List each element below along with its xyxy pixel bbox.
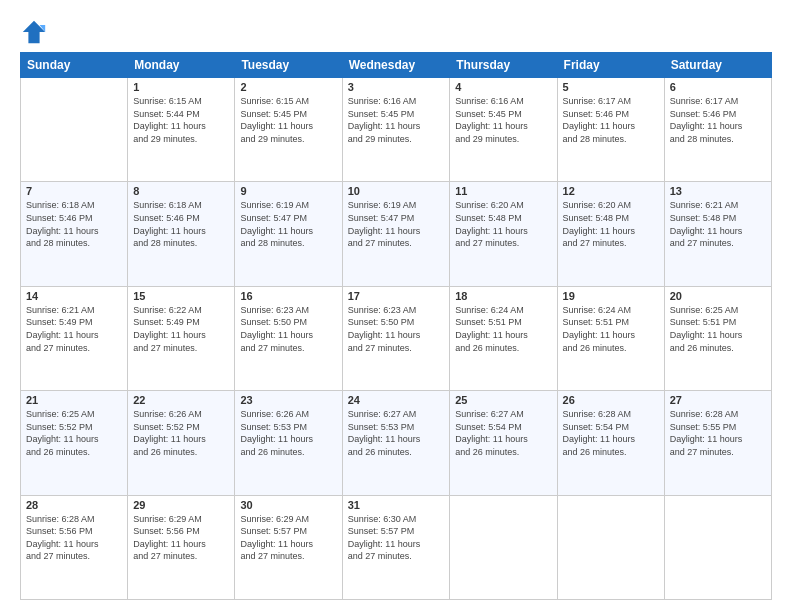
calendar-cell: 3Sunrise: 6:16 AM Sunset: 5:45 PM Daylig… — [342, 78, 450, 182]
day-info: Sunrise: 6:25 AM Sunset: 5:52 PM Dayligh… — [26, 408, 122, 458]
day-number: 15 — [133, 290, 229, 302]
day-header-tuesday: Tuesday — [235, 53, 342, 78]
calendar-cell: 10Sunrise: 6:19 AM Sunset: 5:47 PM Dayli… — [342, 182, 450, 286]
day-number: 18 — [455, 290, 551, 302]
day-info: Sunrise: 6:15 AM Sunset: 5:45 PM Dayligh… — [240, 95, 336, 145]
week-row-1: 1Sunrise: 6:15 AM Sunset: 5:44 PM Daylig… — [21, 78, 772, 182]
calendar-cell: 20Sunrise: 6:25 AM Sunset: 5:51 PM Dayli… — [664, 286, 771, 390]
day-number: 2 — [240, 81, 336, 93]
calendar-cell: 27Sunrise: 6:28 AM Sunset: 5:55 PM Dayli… — [664, 391, 771, 495]
calendar-cell: 5Sunrise: 6:17 AM Sunset: 5:46 PM Daylig… — [557, 78, 664, 182]
calendar-cell: 25Sunrise: 6:27 AM Sunset: 5:54 PM Dayli… — [450, 391, 557, 495]
day-header-thursday: Thursday — [450, 53, 557, 78]
day-number: 22 — [133, 394, 229, 406]
calendar-cell — [664, 495, 771, 599]
day-number: 23 — [240, 394, 336, 406]
calendar-cell: 14Sunrise: 6:21 AM Sunset: 5:49 PM Dayli… — [21, 286, 128, 390]
logo-icon — [20, 18, 48, 46]
day-info: Sunrise: 6:20 AM Sunset: 5:48 PM Dayligh… — [455, 199, 551, 249]
day-number: 20 — [670, 290, 766, 302]
day-info: Sunrise: 6:18 AM Sunset: 5:46 PM Dayligh… — [133, 199, 229, 249]
day-info: Sunrise: 6:26 AM Sunset: 5:52 PM Dayligh… — [133, 408, 229, 458]
calendar-cell: 23Sunrise: 6:26 AM Sunset: 5:53 PM Dayli… — [235, 391, 342, 495]
calendar-table: SundayMondayTuesdayWednesdayThursdayFrid… — [20, 52, 772, 600]
day-info: Sunrise: 6:17 AM Sunset: 5:46 PM Dayligh… — [563, 95, 659, 145]
day-header-saturday: Saturday — [664, 53, 771, 78]
calendar-cell: 18Sunrise: 6:24 AM Sunset: 5:51 PM Dayli… — [450, 286, 557, 390]
week-row-2: 7Sunrise: 6:18 AM Sunset: 5:46 PM Daylig… — [21, 182, 772, 286]
day-info: Sunrise: 6:27 AM Sunset: 5:54 PM Dayligh… — [455, 408, 551, 458]
day-info: Sunrise: 6:21 AM Sunset: 5:49 PM Dayligh… — [26, 304, 122, 354]
day-number: 16 — [240, 290, 336, 302]
calendar-cell: 12Sunrise: 6:20 AM Sunset: 5:48 PM Dayli… — [557, 182, 664, 286]
calendar-page: SundayMondayTuesdayWednesdayThursdayFrid… — [0, 0, 792, 612]
calendar-cell: 13Sunrise: 6:21 AM Sunset: 5:48 PM Dayli… — [664, 182, 771, 286]
day-number: 7 — [26, 185, 122, 197]
day-number: 12 — [563, 185, 659, 197]
day-number: 31 — [348, 499, 445, 511]
day-number: 17 — [348, 290, 445, 302]
day-info: Sunrise: 6:23 AM Sunset: 5:50 PM Dayligh… — [348, 304, 445, 354]
week-row-5: 28Sunrise: 6:28 AM Sunset: 5:56 PM Dayli… — [21, 495, 772, 599]
svg-marker-0 — [23, 21, 45, 43]
calendar-cell: 19Sunrise: 6:24 AM Sunset: 5:51 PM Dayli… — [557, 286, 664, 390]
day-info: Sunrise: 6:28 AM Sunset: 5:56 PM Dayligh… — [26, 513, 122, 563]
header — [20, 18, 772, 46]
day-number: 25 — [455, 394, 551, 406]
calendar-cell: 15Sunrise: 6:22 AM Sunset: 5:49 PM Dayli… — [128, 286, 235, 390]
calendar-cell: 31Sunrise: 6:30 AM Sunset: 5:57 PM Dayli… — [342, 495, 450, 599]
day-info: Sunrise: 6:26 AM Sunset: 5:53 PM Dayligh… — [240, 408, 336, 458]
calendar-cell: 21Sunrise: 6:25 AM Sunset: 5:52 PM Dayli… — [21, 391, 128, 495]
calendar-cell: 6Sunrise: 6:17 AM Sunset: 5:46 PM Daylig… — [664, 78, 771, 182]
day-number: 19 — [563, 290, 659, 302]
day-info: Sunrise: 6:29 AM Sunset: 5:56 PM Dayligh… — [133, 513, 229, 563]
calendar-cell: 2Sunrise: 6:15 AM Sunset: 5:45 PM Daylig… — [235, 78, 342, 182]
calendar-cell: 7Sunrise: 6:18 AM Sunset: 5:46 PM Daylig… — [21, 182, 128, 286]
day-number: 5 — [563, 81, 659, 93]
calendar-cell: 28Sunrise: 6:28 AM Sunset: 5:56 PM Dayli… — [21, 495, 128, 599]
calendar-cell: 11Sunrise: 6:20 AM Sunset: 5:48 PM Dayli… — [450, 182, 557, 286]
day-info: Sunrise: 6:27 AM Sunset: 5:53 PM Dayligh… — [348, 408, 445, 458]
day-number: 10 — [348, 185, 445, 197]
day-info: Sunrise: 6:19 AM Sunset: 5:47 PM Dayligh… — [240, 199, 336, 249]
day-number: 3 — [348, 81, 445, 93]
day-info: Sunrise: 6:19 AM Sunset: 5:47 PM Dayligh… — [348, 199, 445, 249]
day-number: 24 — [348, 394, 445, 406]
calendar-cell: 4Sunrise: 6:16 AM Sunset: 5:45 PM Daylig… — [450, 78, 557, 182]
day-number: 4 — [455, 81, 551, 93]
day-number: 30 — [240, 499, 336, 511]
day-info: Sunrise: 6:20 AM Sunset: 5:48 PM Dayligh… — [563, 199, 659, 249]
calendar-cell: 17Sunrise: 6:23 AM Sunset: 5:50 PM Dayli… — [342, 286, 450, 390]
calendar-cell: 26Sunrise: 6:28 AM Sunset: 5:54 PM Dayli… — [557, 391, 664, 495]
calendar-cell: 30Sunrise: 6:29 AM Sunset: 5:57 PM Dayli… — [235, 495, 342, 599]
day-info: Sunrise: 6:21 AM Sunset: 5:48 PM Dayligh… — [670, 199, 766, 249]
calendar-cell — [21, 78, 128, 182]
day-info: Sunrise: 6:17 AM Sunset: 5:46 PM Dayligh… — [670, 95, 766, 145]
day-header-wednesday: Wednesday — [342, 53, 450, 78]
day-info: Sunrise: 6:23 AM Sunset: 5:50 PM Dayligh… — [240, 304, 336, 354]
day-info: Sunrise: 6:18 AM Sunset: 5:46 PM Dayligh… — [26, 199, 122, 249]
day-number: 11 — [455, 185, 551, 197]
day-info: Sunrise: 6:24 AM Sunset: 5:51 PM Dayligh… — [455, 304, 551, 354]
day-number: 21 — [26, 394, 122, 406]
day-number: 27 — [670, 394, 766, 406]
day-header-monday: Monday — [128, 53, 235, 78]
week-row-4: 21Sunrise: 6:25 AM Sunset: 5:52 PM Dayli… — [21, 391, 772, 495]
day-info: Sunrise: 6:24 AM Sunset: 5:51 PM Dayligh… — [563, 304, 659, 354]
day-info: Sunrise: 6:16 AM Sunset: 5:45 PM Dayligh… — [348, 95, 445, 145]
day-info: Sunrise: 6:29 AM Sunset: 5:57 PM Dayligh… — [240, 513, 336, 563]
calendar-cell: 29Sunrise: 6:29 AM Sunset: 5:56 PM Dayli… — [128, 495, 235, 599]
day-number: 9 — [240, 185, 336, 197]
day-header-sunday: Sunday — [21, 53, 128, 78]
week-row-3: 14Sunrise: 6:21 AM Sunset: 5:49 PM Dayli… — [21, 286, 772, 390]
day-info: Sunrise: 6:22 AM Sunset: 5:49 PM Dayligh… — [133, 304, 229, 354]
calendar-cell: 22Sunrise: 6:26 AM Sunset: 5:52 PM Dayli… — [128, 391, 235, 495]
calendar-cell — [450, 495, 557, 599]
day-info: Sunrise: 6:15 AM Sunset: 5:44 PM Dayligh… — [133, 95, 229, 145]
calendar-cell: 24Sunrise: 6:27 AM Sunset: 5:53 PM Dayli… — [342, 391, 450, 495]
logo — [20, 18, 52, 46]
day-number: 6 — [670, 81, 766, 93]
header-row: SundayMondayTuesdayWednesdayThursdayFrid… — [21, 53, 772, 78]
day-info: Sunrise: 6:25 AM Sunset: 5:51 PM Dayligh… — [670, 304, 766, 354]
day-info: Sunrise: 6:28 AM Sunset: 5:55 PM Dayligh… — [670, 408, 766, 458]
